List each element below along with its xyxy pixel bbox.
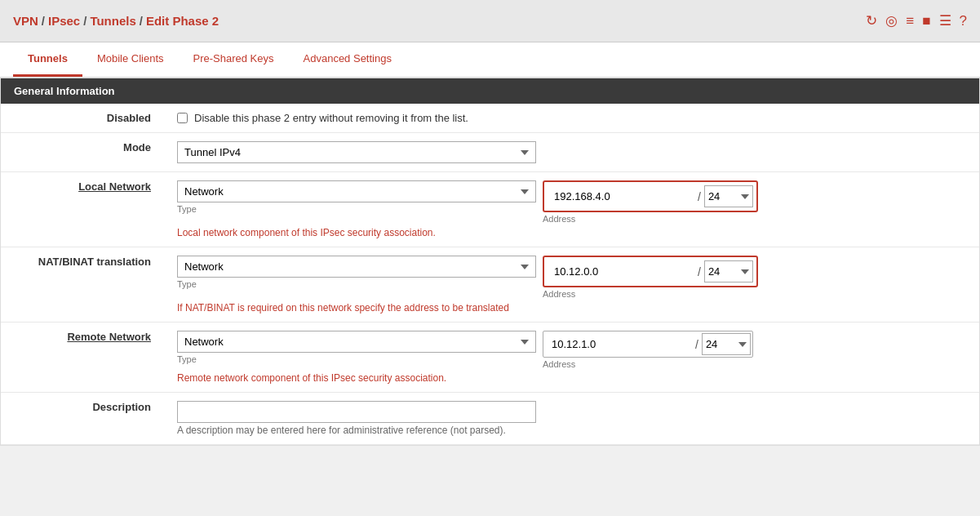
tab-advanced-settings[interactable]: Advanced Settings — [289, 42, 406, 77]
remote-network-address-box: / 24 16 8 — [543, 331, 753, 358]
local-network-label: Local Network — [1, 172, 164, 247]
description-field: A description may be entered here for ad… — [164, 393, 979, 445]
remote-network-address-label: Address — [543, 359, 753, 369]
breadcrumb-tunnels[interactable]: Tunnels — [90, 14, 135, 28]
local-network-field: Network LAN subnet Any Type / 24 16 — [164, 172, 979, 247]
description-label: Description — [1, 393, 164, 445]
local-network-help: Local network component of this IPsec se… — [177, 227, 966, 238]
nat-binat-type-select[interactable]: Network None — [177, 256, 536, 278]
nat-binat-label: NAT/BINAT translation — [1, 247, 164, 322]
mode-field: Tunnel IPv4 Tunnel IPv6 Transport — [164, 133, 979, 172]
remote-network-help: Remote network component of this IPsec s… — [177, 372, 966, 384]
local-network-address-label: Address — [543, 214, 758, 224]
tab-mobile-clients[interactable]: Mobile Clients — [82, 42, 179, 77]
breadcrumb-ipsec[interactable]: IPsec — [48, 14, 80, 28]
nat-binat-slash: / — [694, 265, 704, 278]
description-row: Description A description may be entered… — [1, 393, 979, 445]
mode-label: Mode — [1, 133, 164, 172]
nat-binat-address-label: Address — [543, 289, 758, 299]
nat-binat-address-input[interactable] — [548, 261, 694, 282]
disabled-row: Disabled Disable this phase 2 entry with… — [1, 104, 979, 133]
remote-network-row: Remote Network Network Any Type / — [1, 322, 979, 393]
local-network-address-box: / 24 16 8 — [543, 180, 758, 212]
header-bar: VPN / IPsec / Tunnels / Edit Phase 2 ↻ ◎… — [0, 0, 980, 42]
remote-network-type-select[interactable]: Network Any — [177, 331, 536, 353]
description-help: A description may be entered here for ad… — [177, 425, 966, 436]
section-header: General Information — [1, 78, 979, 104]
refresh-icon[interactable]: ↻ — [866, 12, 877, 29]
local-network-row: Local Network Network LAN subnet Any Typ… — [1, 172, 979, 247]
local-network-slash: / — [694, 190, 704, 203]
tab-tunnels[interactable]: Tunnels — [13, 42, 82, 77]
disabled-field: Disable this phase 2 entry without remov… — [164, 104, 979, 133]
main-content: General Information Disabled Disable thi… — [0, 78, 980, 446]
breadcrumb-current: Edit Phase 2 — [146, 14, 219, 28]
breadcrumb-vpn[interactable]: VPN — [13, 14, 38, 28]
header-icons: ↻ ◎ ≡ ■ ☰ ? — [866, 12, 967, 29]
help-icon[interactable]: ? — [960, 13, 967, 29]
nat-binat-row: NAT/BINAT translation Network None Type — [1, 247, 979, 322]
tab-bar: Tunnels Mobile Clients Pre-Shared Keys A… — [0, 42, 980, 78]
mode-select[interactable]: Tunnel IPv4 Tunnel IPv6 Transport — [177, 141, 536, 163]
nat-binat-help: If NAT/BINAT is required on this network… — [177, 302, 966, 314]
disabled-checkbox[interactable] — [177, 113, 188, 123]
nat-binat-cidr-select[interactable]: 24 16 8 — [704, 260, 753, 282]
mode-row: Mode Tunnel IPv4 Tunnel IPv6 Transport — [1, 133, 979, 172]
breadcrumb: VPN / IPsec / Tunnels / Edit Phase 2 — [13, 14, 219, 28]
local-network-type-select[interactable]: Network LAN subnet Any — [177, 180, 536, 202]
sliders-icon[interactable]: ≡ — [906, 13, 914, 29]
remote-network-type-label: Type — [177, 354, 536, 364]
remote-network-cidr-select[interactable]: 24 16 8 — [702, 333, 751, 355]
local-network-address-input[interactable] — [548, 186, 694, 207]
form-table: Disabled Disable this phase 2 entry with… — [1, 104, 979, 445]
disabled-label: Disabled — [1, 104, 164, 133]
bar-chart-icon[interactable]: ■ — [922, 13, 930, 29]
local-network-type-label: Type — [177, 204, 536, 214]
circle-icon[interactable]: ◎ — [885, 12, 898, 29]
tab-pre-shared-keys[interactable]: Pre-Shared Keys — [179, 42, 289, 77]
description-input[interactable] — [177, 401, 536, 423]
nat-binat-field: Network None Type / 24 16 8 — [164, 247, 979, 322]
disabled-checkbox-label: Disable this phase 2 entry without remov… — [194, 112, 468, 124]
remote-network-label: Remote Network — [1, 322, 164, 393]
local-network-cidr-select[interactable]: 24 16 8 — [704, 185, 753, 207]
remote-network-slash: / — [692, 338, 702, 351]
nat-binat-address-box: / 24 16 8 — [543, 256, 758, 287]
remote-network-address-input[interactable] — [545, 334, 692, 354]
remote-network-field: Network Any Type / 24 16 8 — [164, 322, 979, 393]
nat-binat-type-label: Type — [177, 279, 536, 289]
list-icon[interactable]: ☰ — [939, 12, 951, 29]
